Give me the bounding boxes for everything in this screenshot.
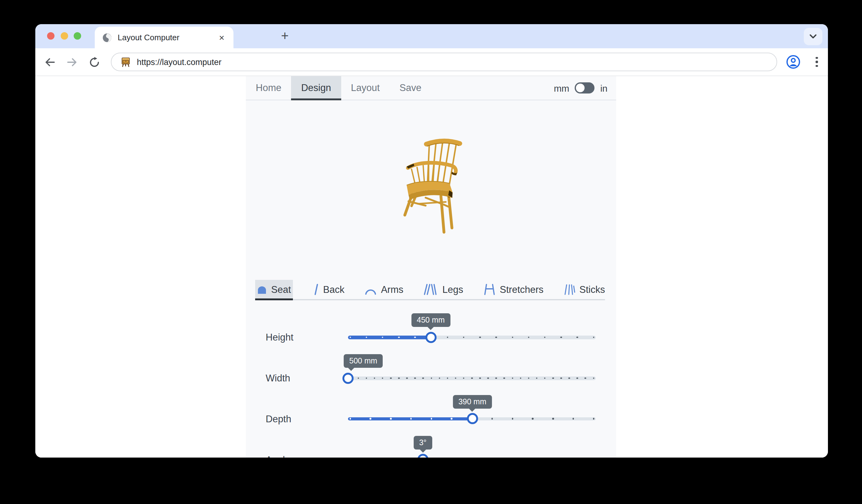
slider-tick — [532, 418, 534, 420]
url-text: https://layout.computer — [137, 57, 221, 67]
slider-tick — [422, 377, 424, 379]
tab-close-icon[interactable]: × — [216, 32, 227, 43]
width-slider[interactable]: 500 mm — [348, 367, 596, 390]
slider-thumb[interactable] — [467, 413, 478, 424]
app-content: Home Design Layout Save mm in — [246, 76, 616, 457]
slider-row-angle: Angle 3° — [246, 448, 616, 457]
close-window-button[interactable] — [47, 32, 54, 40]
slider-tick — [569, 377, 570, 379]
back-arrow-icon — [44, 56, 55, 68]
slider-tick — [573, 418, 574, 420]
chevron-down-icon — [809, 34, 817, 39]
slider-tick — [357, 377, 359, 379]
slider-label: Angle — [266, 448, 290, 457]
slider-tick — [552, 418, 553, 420]
slider-tick — [349, 336, 351, 338]
slider-tick — [430, 418, 432, 420]
slider-tick — [528, 336, 530, 338]
slider-tick — [447, 377, 448, 379]
slider-label: Height — [266, 326, 293, 349]
slider-tick — [374, 377, 375, 379]
part-tab-arms[interactable]: Arms — [365, 280, 403, 299]
slider-row-depth: Depth 390 mm — [246, 407, 616, 430]
slider-value-tooltip: 3° — [414, 436, 432, 449]
slider-value-tooltip: 500 mm — [344, 354, 383, 368]
browser-tab[interactable]: Layout Computer × — [95, 27, 233, 48]
site-favicon-nightstand-icon — [120, 56, 131, 67]
unit-toggle-group: mm in — [554, 76, 608, 100]
slider-thumb[interactable] — [417, 454, 429, 457]
slider-row-width: Width 500 mm — [246, 367, 616, 390]
slider-tick — [414, 336, 416, 338]
nav-item-home[interactable]: Home — [246, 76, 291, 100]
slider-tick — [576, 377, 578, 379]
part-tab-stretchers[interactable]: Stretchers — [484, 280, 544, 299]
tab-title: Layout Computer — [118, 33, 216, 42]
part-tab-sticks[interactable]: Sticks — [564, 280, 605, 299]
slider-tick — [398, 377, 400, 379]
slider-tick — [495, 377, 497, 379]
slider-label: Depth — [266, 407, 291, 430]
slider-tick — [511, 377, 513, 379]
zoom-window-button[interactable] — [74, 32, 81, 40]
forward-arrow-icon — [66, 56, 78, 68]
slider-tick — [390, 418, 391, 420]
browser-window: Layout Computer × + — [35, 24, 828, 457]
part-tab-back[interactable]: Back — [313, 280, 344, 299]
slider-tick — [471, 377, 472, 379]
depth-slider[interactable]: 390 mm — [348, 407, 596, 430]
slider-thumb[interactable] — [425, 332, 436, 343]
slider-tick — [592, 418, 594, 420]
new-tab-button[interactable]: + — [277, 27, 293, 44]
slider-tick — [451, 418, 452, 420]
tab-search-button[interactable] — [804, 28, 822, 45]
slider-tick — [560, 336, 562, 338]
slider-tick — [406, 377, 408, 379]
slider-tick — [398, 336, 400, 338]
slider-tick — [463, 377, 465, 379]
slider-tick — [528, 377, 530, 379]
screen: Layout Computer × + — [0, 0, 862, 504]
slider-label: Width — [266, 367, 290, 390]
window-controls — [47, 32, 81, 40]
slider-tick — [536, 377, 537, 379]
slider-value-tooltip: 390 mm — [453, 395, 492, 408]
seat-icon — [257, 285, 267, 294]
forward-button[interactable] — [63, 53, 81, 71]
app-nav: Home Design Layout Save mm in — [246, 76, 616, 100]
arms-icon — [365, 284, 377, 294]
slider-tick — [592, 336, 594, 338]
slider-tick — [430, 377, 432, 379]
part-tab-legs[interactable]: Legs — [424, 280, 463, 299]
slider-tick — [552, 377, 553, 379]
slider-value-tooltip: 450 mm — [411, 313, 450, 327]
slider-tick — [585, 377, 586, 379]
reload-button[interactable] — [85, 53, 103, 71]
unit-toggle-switch[interactable] — [575, 82, 595, 93]
back-button[interactable] — [40, 53, 59, 71]
url-bar[interactable]: https://layout.computer — [111, 53, 777, 71]
slider-tick — [382, 377, 383, 379]
angle-slider[interactable]: 3° — [348, 448, 596, 457]
slider-tick — [463, 336, 465, 338]
reload-icon — [88, 56, 100, 68]
chair-render — [393, 131, 492, 235]
toggle-knob — [576, 83, 585, 92]
slider-tick — [592, 377, 594, 379]
profile-avatar-icon[interactable] — [786, 54, 801, 69]
slider-tick — [390, 377, 391, 379]
slider-tick — [410, 418, 412, 420]
nav-item-save[interactable]: Save — [390, 76, 431, 100]
browser-menu-icon[interactable] — [811, 57, 823, 67]
slider-row-height: Height 450 mm — [246, 326, 616, 349]
page-viewport: Home Design Layout Save mm in — [35, 76, 828, 457]
minimize-window-button[interactable] — [61, 32, 68, 40]
slider-tick — [544, 377, 546, 379]
nav-item-design[interactable]: Design — [291, 76, 341, 100]
slider-tick — [479, 336, 481, 338]
slider-thumb[interactable] — [342, 372, 354, 384]
nav-item-layout[interactable]: Layout — [341, 76, 390, 100]
unit-label-mm: mm — [554, 83, 570, 93]
height-slider[interactable]: 450 mm — [348, 326, 596, 349]
part-tab-seat[interactable]: Seat — [255, 280, 293, 299]
